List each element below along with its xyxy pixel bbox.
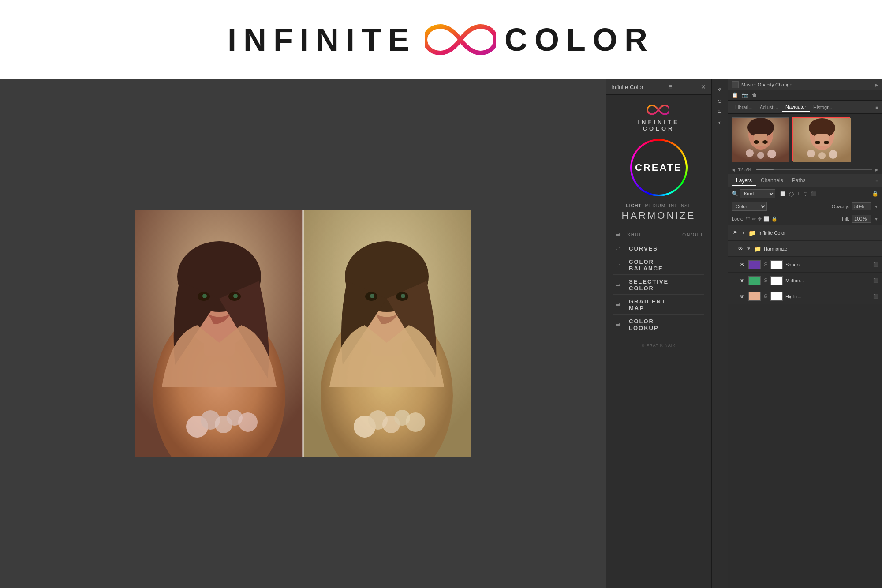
tab-histogram[interactable]: Histogr... xyxy=(810,103,836,112)
lock-transparent-btn[interactable]: ⬚ xyxy=(746,216,750,222)
create-btn-container: CREATE xyxy=(630,139,688,196)
portrait-processed xyxy=(303,210,471,457)
tab-navigator[interactable]: Navigator xyxy=(782,102,810,112)
zoom-out-btn[interactable]: ◀ xyxy=(732,167,735,172)
tab-channels[interactable]: Channels xyxy=(756,176,788,186)
layer-mask-shadows xyxy=(770,260,783,269)
blend-row: Color Opacity: 50% ▼ xyxy=(728,200,882,213)
gradientmap-shuffle-icon[interactable]: ⇌ xyxy=(613,301,624,308)
colorlookup-shuffle-icon[interactable]: ⇌ xyxy=(613,321,624,328)
plugin-header: Infinite Color ≡ ✕ xyxy=(606,79,711,95)
lock-all-btn[interactable]: 🔒 xyxy=(771,216,777,222)
add-layer-btn[interactable]: 📋 xyxy=(732,92,738,98)
collapse-br-btn[interactable]: Br... xyxy=(717,83,723,93)
nav-menu-btn[interactable]: ≡ xyxy=(875,104,878,110)
chain-icon-midtones: ⛓ xyxy=(763,278,768,283)
harmonize-section: LIGHT MEDIUM INTENSE HARMONIZE xyxy=(613,203,704,221)
tab-libraries[interactable]: Librari... xyxy=(732,103,756,112)
opacity-arrow[interactable]: ▼ xyxy=(874,204,878,209)
selectivecolor-shuffle-icon[interactable]: ⇌ xyxy=(613,281,624,288)
panel-infinity-icon xyxy=(647,104,669,116)
create-button[interactable]: CREATE xyxy=(632,141,686,195)
table-row: 👁 ▼ 📁 Infinite Color xyxy=(728,225,882,241)
collapse-p-btn[interactable]: P... xyxy=(717,106,723,114)
curves-labels: CURVES xyxy=(629,245,658,252)
shuffle-icon[interactable]: ⇌ xyxy=(613,231,624,238)
opacity-value[interactable]: 50% xyxy=(852,202,871,210)
nav-thumb-left xyxy=(732,117,789,161)
plugin-panel: Infinite Color ≡ ✕ xyxy=(606,79,712,588)
chain-icon-shadows: ⛓ xyxy=(763,262,768,267)
shuffle-label: SHUFFLE xyxy=(627,232,654,237)
collapse-b-btn[interactable]: B... xyxy=(717,117,723,125)
nav-thumb-right xyxy=(792,117,850,161)
kind-pixel-icon[interactable]: ⬜ xyxy=(779,191,787,197)
layers-header: Layers Channels Paths ≡ xyxy=(728,174,882,187)
svg-point-36 xyxy=(746,149,754,157)
curves-shuffle-icon[interactable]: ⇌ xyxy=(613,245,624,252)
kind-smart-icon[interactable]: ⬛ xyxy=(810,191,818,197)
svg-point-34 xyxy=(767,150,776,158)
lock-position-btn[interactable]: ✥ xyxy=(758,216,762,222)
layer-name-harmonize: Harmonize xyxy=(764,246,878,251)
lock-row: Lock: ⬚ ✏ ✥ ⬜ 🔒 Fill: 100% ▼ xyxy=(728,213,882,225)
plugin-close-btn[interactable]: ✕ xyxy=(701,83,706,90)
lock-pixels-btn[interactable]: ✏ xyxy=(752,216,756,222)
camera-btn[interactable]: 📷 xyxy=(742,92,748,98)
lock-artboard-btn[interactable]: ⬜ xyxy=(763,216,770,222)
intensity-intense[interactable]: INTENSE xyxy=(669,203,691,208)
zoom-in-btn[interactable]: ▶ xyxy=(875,167,878,172)
layer-vis-harmonize[interactable]: 👁 xyxy=(737,245,744,252)
portrait-svg-left xyxy=(135,210,303,457)
logo-text-color: COLOR xyxy=(505,22,654,58)
svg-rect-31 xyxy=(754,134,767,146)
panel-logo-text-line1: INFINITE xyxy=(638,119,679,125)
tab-paths[interactable]: Paths xyxy=(788,176,810,186)
trash-btn[interactable]: 🗑 xyxy=(752,92,757,98)
kind-text-icon[interactable]: T xyxy=(796,191,801,197)
tab-layers[interactable]: Layers xyxy=(732,176,756,186)
kind-shape-icon[interactable]: ⬡ xyxy=(802,191,809,197)
intensity-row: LIGHT MEDIUM INTENSE xyxy=(613,203,704,208)
svg-point-33 xyxy=(762,140,768,144)
blend-mode-select[interactable]: Color xyxy=(732,202,767,211)
harmonize-label: HARMONIZE xyxy=(613,210,704,221)
photo-original xyxy=(135,210,303,457)
layer-options-btn[interactable]: ▶ xyxy=(875,82,878,87)
selectivecolor-row: ⇌ SELECTIVECOLOR xyxy=(613,276,704,295)
kind-adjust-icon[interactable]: ◯ xyxy=(788,191,795,197)
layer-list: 👁 ▼ 📁 Infinite Color 👁 ▼ 📁 Harmonize xyxy=(728,225,882,304)
onoff-right: ON/OFF xyxy=(682,232,704,237)
fill-value[interactable]: 100% xyxy=(852,215,871,223)
svg-point-44 xyxy=(818,152,826,159)
layers-menu-btn[interactable]: ≡ xyxy=(875,178,878,184)
portrait-svg-right xyxy=(303,210,471,457)
tab-adjustments[interactable]: Adjusti... xyxy=(756,103,782,112)
plugin-title: Infinite Color xyxy=(611,84,643,90)
colorbalance-shuffle-icon[interactable]: ⇌ xyxy=(613,262,624,269)
eye-icon-harmonize: 👁 xyxy=(738,246,743,252)
layer-vis-highlights[interactable]: 👁 xyxy=(739,293,746,300)
plugin-menu-icon[interactable]: ≡ xyxy=(668,83,672,91)
collapse-c-btn[interactable]: C... xyxy=(717,95,723,104)
panel-actions: 📋 📷 🗑 xyxy=(728,90,882,101)
zoom-percentage: 12.5% xyxy=(738,167,754,172)
intensity-medium[interactable]: MEDIUM xyxy=(645,203,666,208)
kind-select[interactable]: Kind xyxy=(740,189,775,198)
chain-icon-highlights: ⛓ xyxy=(763,294,768,299)
intensity-light[interactable]: LIGHT xyxy=(626,203,642,208)
shuffle-left: ⇌ SHUFFLE xyxy=(613,231,654,238)
layer-vis-shadows[interactable]: 👁 xyxy=(739,261,746,268)
expand-harmonize[interactable]: ▼ xyxy=(747,246,751,251)
fill-arrow[interactable]: ▼ xyxy=(874,217,878,221)
layer-vis-midtones[interactable]: 👁 xyxy=(739,277,746,284)
expand-infinite[interactable]: ▼ xyxy=(741,230,746,235)
layer-extra-shadows: ⬛ xyxy=(873,262,878,267)
layer-vis-infinite[interactable]: 👁 xyxy=(732,229,739,236)
zoom-slider[interactable] xyxy=(756,169,872,170)
photo-area xyxy=(0,79,606,588)
svg-point-43 xyxy=(829,150,837,159)
layer-name-midtones: Midton... xyxy=(785,278,871,283)
navigator-preview xyxy=(728,114,882,165)
svg-point-7 xyxy=(202,294,207,298)
